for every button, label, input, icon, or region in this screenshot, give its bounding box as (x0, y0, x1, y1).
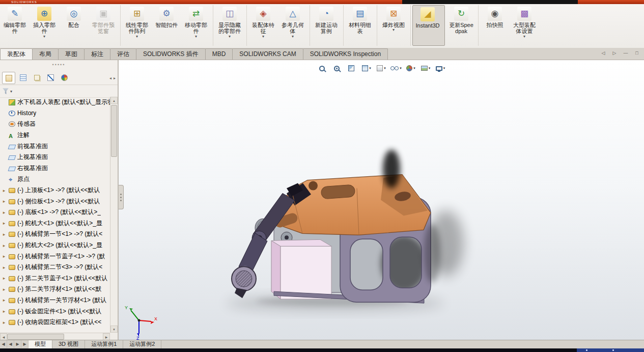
expand-caret-icon[interactable]: ▸ (2, 199, 7, 204)
ribbon-button[interactable]: 显示隐藏的零部件 ▾ (215, 5, 247, 46)
display-style[interactable]: ▾ (375, 63, 388, 74)
ribbon-button[interactable]: 零部件预览窗 (89, 5, 121, 46)
study-tab[interactable]: 运动算例2 (123, 340, 161, 348)
tree-horizontal-scrollbar[interactable]: ◀ ▶ (0, 333, 110, 340)
tab-scroll-icon[interactable]: ◀ (7, 340, 14, 348)
tree-item[interactable]: 注解 (0, 130, 110, 141)
tree-item[interactable]: ▸ (-) 收纳袋固定框架<1> (默认<< (0, 317, 110, 328)
study-tab[interactable]: 模型 (29, 340, 52, 348)
ribbon-tab[interactable]: 装配体 (0, 48, 33, 60)
tree-item[interactable]: ▸ (-) 机械臂第一节<1> ->? (默认< (0, 229, 110, 240)
expand-caret-icon[interactable]: ▸ (2, 309, 7, 314)
tab-scroll-icon[interactable]: ◀ (0, 340, 7, 348)
graphics-viewport[interactable]: Y X Z (119, 60, 644, 340)
pane-control-icon[interactable]: □ (633, 49, 641, 57)
tree-item[interactable]: 前视基准面 (0, 141, 110, 152)
tab-scroll-icon[interactable]: ▶ (14, 340, 21, 348)
ribbon-tab[interactable]: 评估 (110, 48, 136, 60)
ribbon-button[interactable]: 拍快照 (480, 5, 510, 46)
tree-item[interactable]: ▸ (-) 钣金固定件<1> (默认<<默认 (0, 306, 110, 317)
apply-scene[interactable]: ▾ (419, 63, 432, 74)
ribbon-tab[interactable]: 草图 (58, 48, 85, 60)
expand-caret-icon[interactable]: ▸ (2, 188, 7, 193)
tree-item[interactable]: ▸ (-) 底板<1> ->? (默认<<默认>_ (0, 207, 110, 218)
tree-item[interactable]: ▸ (-) 机械臂第一关节浮材<1> (默认 (0, 295, 110, 306)
tree-item[interactable]: 上视基准面 (0, 152, 110, 163)
expand-caret-icon[interactable]: ▸ (2, 243, 7, 248)
expand-caret-icon[interactable]: ▸ (2, 221, 7, 226)
ribbon-button[interactable]: 移动零部件 ▾ (181, 5, 213, 46)
panel-tab[interactable] (2, 72, 15, 84)
ribbon-button[interactable]: 装配体特征 ▾ (248, 5, 278, 46)
panel-drag-handle[interactable]: ••••• (0, 60, 118, 71)
panel-tab[interactable] (58, 72, 70, 83)
expand-caret-icon[interactable]: ▸ (2, 232, 7, 237)
scroll-up-icon[interactable]: ▲ (110, 97, 118, 104)
pane-control-icon[interactable]: — (622, 49, 630, 57)
pane-control-icon[interactable]: ◁ (599, 49, 607, 57)
expand-caret-icon[interactable]: ▸ (2, 254, 7, 259)
scroll-right-icon[interactable]: ▶ (103, 333, 110, 340)
panel-tab[interactable] (17, 72, 29, 83)
ribbon-button[interactable]: 参考几何体 ▾ (278, 5, 310, 46)
study-tab[interactable]: 3D 视图 (52, 340, 85, 348)
expand-caret-icon[interactable]: ▸ (2, 287, 7, 292)
pane-control-icon[interactable]: ▷ (610, 49, 619, 57)
tree-vertical-scrollbar[interactable]: ▲ ▼ (110, 97, 118, 333)
ribbon-tab[interactable]: MBD (205, 48, 233, 60)
ribbon-tab[interactable]: SOLIDWORKS CAM (232, 48, 303, 60)
tree-item[interactable]: 原点 (0, 174, 110, 185)
tree-item[interactable]: ▸ (-) 机械臂第二节<3> ->? (默认< (0, 262, 110, 273)
ribbon-tab[interactable]: 布局 (32, 48, 59, 60)
edit-appearance[interactable]: ▾ (404, 63, 417, 74)
expand-caret-icon[interactable]: ▸ (2, 297, 7, 303)
tree-item[interactable]: 水下机器人装配 (默认<默认_显示状 (0, 97, 110, 108)
ribbon-button[interactable]: 大型装配体设置 ▾ (510, 5, 539, 46)
section-view[interactable] (345, 63, 358, 74)
ribbon-tab[interactable]: 标注 (84, 48, 110, 60)
panel-flyout-handle[interactable] (119, 185, 124, 209)
scroll-down-icon[interactable]: ▼ (110, 326, 118, 333)
view-orientation[interactable]: ▾ (360, 63, 373, 74)
vertical-scroll-thumb[interactable] (111, 105, 117, 157)
ribbon-button[interactable]: 线性零部件阵列 ▾ (122, 5, 152, 46)
ribbon-button[interactable]: 智能扣件 (152, 5, 181, 46)
expand-caret-icon[interactable]: ▸ (2, 265, 7, 270)
expand-caret-icon[interactable]: ▸ (2, 276, 7, 281)
tab-scroll-icon[interactable]: ▶ (21, 340, 29, 348)
ribbon-tab[interactable]: SOLIDWORKS Inspection (303, 48, 388, 60)
panel-tab[interactable] (31, 72, 43, 83)
expand-caret-icon[interactable]: ▸ (2, 210, 7, 215)
horizontal-scroll-thumb[interactable] (7, 334, 64, 340)
view-settings[interactable]: ▾ (434, 63, 447, 74)
panel-tab-scroll-icon[interactable]: ▸ (114, 76, 116, 80)
panel-tab[interactable] (44, 72, 57, 83)
panel-tab-scroll-icon[interactable]: ◂ (109, 76, 111, 80)
tree-item[interactable]: ▸ (-) 机械臂第一节盖子<1> ->? (默 (0, 251, 110, 262)
scroll-left-icon[interactable]: ◀ (0, 333, 7, 340)
expand-caret-icon[interactable]: ▸ (2, 320, 7, 325)
ribbon-button[interactable]: 材料明细表 (345, 5, 377, 46)
tree-item[interactable]: ▸ (-) 上顶板<1> ->? (默认<<默认 (0, 185, 110, 196)
ribbon-button[interactable]: 配合 (59, 5, 89, 46)
filter-funnel-icon[interactable] (3, 88, 9, 94)
ribbon-button[interactable]: 爆炸视图 ▾ (379, 5, 411, 46)
ribbon-button[interactable]: 编辑零部件 (0, 5, 30, 46)
tree-item[interactable]: ▸ (-) 舵机大<2> (默认<<默认>_显 (0, 240, 110, 251)
zoom-fit[interactable] (316, 63, 329, 74)
rov-3d-model[interactable]: Y X Z (119, 60, 644, 340)
ribbon-button[interactable]: 新建运动算例 (312, 5, 344, 46)
filter-caret-icon[interactable]: ▾ (10, 89, 12, 94)
ribbon-tab[interactable]: SOLIDWORKS 插件 (136, 48, 206, 60)
study-tab[interactable]: 运动算例1 (85, 340, 123, 348)
tree-item[interactable]: 传感器 (0, 119, 110, 130)
tree-item[interactable]: 右视基准面 (0, 163, 110, 174)
hide-show-items[interactable]: ▾ (389, 63, 403, 74)
tree-item[interactable]: History (0, 108, 110, 119)
tree-item[interactable]: ▸ (-) 第二关节浮材<1> (默认<<默 (0, 284, 110, 295)
tree-item[interactable]: ▸ (-) 舵机大<1> (默认<<默认>_显 (0, 218, 110, 229)
ribbon-button[interactable]: Instant3D (412, 5, 445, 46)
tree-item[interactable]: ▸ (-) 第二关节盖子<1> (默认<<默认 (0, 273, 110, 284)
zoom-area[interactable] (330, 63, 344, 74)
tree-item[interactable]: ▸ (-) 侧位板<1> ->? (默认<<默认 (0, 196, 110, 207)
